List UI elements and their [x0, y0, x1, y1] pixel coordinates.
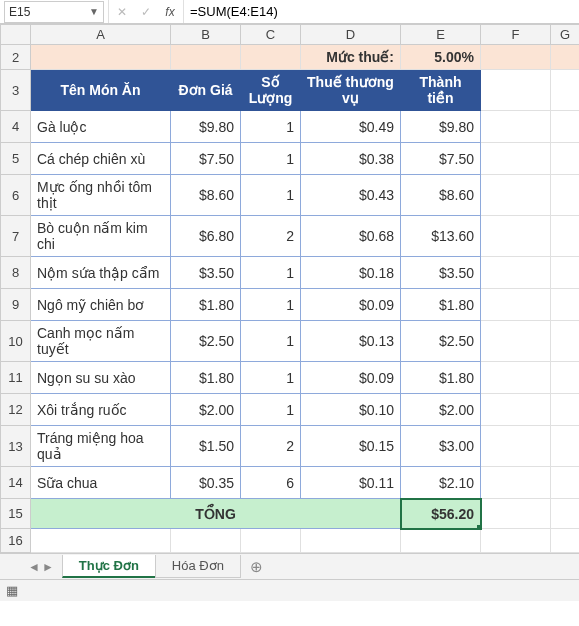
formula-input[interactable]	[184, 0, 579, 23]
cell[interactable]	[481, 45, 551, 70]
header-qty[interactable]: Số Lượng	[241, 70, 301, 111]
dish-tax[interactable]: $0.49	[301, 111, 401, 143]
dish-name[interactable]: Tráng miệng hoa quả	[31, 426, 171, 467]
col-header-G[interactable]: G	[551, 25, 580, 45]
dish-total[interactable]: $1.80	[401, 362, 481, 394]
dish-tax[interactable]: $0.38	[301, 143, 401, 175]
dish-qty[interactable]: 2	[241, 426, 301, 467]
cell[interactable]	[551, 499, 580, 529]
cell[interactable]	[551, 362, 580, 394]
dish-qty[interactable]: 1	[241, 394, 301, 426]
accept-icon[interactable]: ✓	[139, 5, 153, 19]
dish-price[interactable]: $6.80	[171, 216, 241, 257]
cell[interactable]	[481, 175, 551, 216]
dish-total[interactable]: $9.80	[401, 111, 481, 143]
col-header-F[interactable]: F	[481, 25, 551, 45]
cell[interactable]	[481, 426, 551, 467]
dish-qty[interactable]: 1	[241, 321, 301, 362]
cell[interactable]	[481, 394, 551, 426]
dish-price[interactable]: $2.00	[171, 394, 241, 426]
dish-price[interactable]: $2.50	[171, 321, 241, 362]
dish-qty[interactable]: 2	[241, 216, 301, 257]
dish-qty[interactable]: 1	[241, 143, 301, 175]
row-header-15[interactable]: 15	[1, 499, 31, 529]
cell[interactable]	[551, 216, 580, 257]
dish-tax[interactable]: $0.18	[301, 257, 401, 289]
cell[interactable]	[551, 111, 580, 143]
dish-price[interactable]: $1.80	[171, 289, 241, 321]
cell[interactable]	[481, 289, 551, 321]
dish-price[interactable]: $7.50	[171, 143, 241, 175]
dish-qty[interactable]: 1	[241, 289, 301, 321]
chevron-down-icon[interactable]: ▼	[89, 6, 99, 17]
dish-total[interactable]: $3.00	[401, 426, 481, 467]
row-header-3[interactable]: 3	[1, 70, 31, 111]
dish-name[interactable]: Cá chép chiên xù	[31, 143, 171, 175]
tab-nav-next-icon[interactable]: ►	[42, 560, 54, 574]
cell[interactable]	[401, 529, 481, 553]
cell[interactable]	[301, 529, 401, 553]
cell[interactable]	[551, 143, 580, 175]
dish-total[interactable]: $2.00	[401, 394, 481, 426]
col-header-E[interactable]: E	[401, 25, 481, 45]
cell[interactable]	[551, 426, 580, 467]
dish-name[interactable]: Nộm sứa thập cẩm	[31, 257, 171, 289]
cell[interactable]	[171, 529, 241, 553]
fx-icon[interactable]: fx	[163, 5, 177, 19]
cell[interactable]	[481, 499, 551, 529]
add-sheet-button[interactable]: ⊕	[240, 555, 264, 579]
dish-qty[interactable]: 1	[241, 257, 301, 289]
select-all-corner[interactable]	[1, 25, 31, 45]
tab-nav-prev-icon[interactable]: ◄	[28, 560, 40, 574]
row-header-11[interactable]: 11	[1, 362, 31, 394]
dish-tax[interactable]: $0.68	[301, 216, 401, 257]
dish-price[interactable]: $1.50	[171, 426, 241, 467]
dish-name[interactable]: Sữa chua	[31, 467, 171, 499]
row-header-7[interactable]: 7	[1, 216, 31, 257]
cell[interactable]	[551, 45, 580, 70]
cell[interactable]	[241, 45, 301, 70]
cell[interactable]	[481, 362, 551, 394]
dish-tax[interactable]: $0.09	[301, 362, 401, 394]
dish-total[interactable]: $8.60	[401, 175, 481, 216]
dish-tax[interactable]: $0.13	[301, 321, 401, 362]
cell[interactable]	[551, 289, 580, 321]
cell[interactable]	[481, 529, 551, 553]
row-header-8[interactable]: 8	[1, 257, 31, 289]
row-header-9[interactable]: 9	[1, 289, 31, 321]
dish-price[interactable]: $1.80	[171, 362, 241, 394]
row-header-13[interactable]: 13	[1, 426, 31, 467]
dish-qty[interactable]: 1	[241, 175, 301, 216]
cell[interactable]	[171, 45, 241, 70]
dish-total[interactable]: $3.50	[401, 257, 481, 289]
col-header-D[interactable]: D	[301, 25, 401, 45]
sheet-tab[interactable]: Hóa Đơn	[155, 555, 241, 578]
dish-total[interactable]: $2.10	[401, 467, 481, 499]
cell[interactable]	[241, 529, 301, 553]
cell[interactable]	[481, 216, 551, 257]
row-header-6[interactable]: 6	[1, 175, 31, 216]
row-header-10[interactable]: 10	[1, 321, 31, 362]
dish-total[interactable]: $2.50	[401, 321, 481, 362]
row-header-14[interactable]: 14	[1, 467, 31, 499]
header-name[interactable]: Tên Món Ăn	[31, 70, 171, 111]
row-header-5[interactable]: 5	[1, 143, 31, 175]
dish-tax[interactable]: $0.15	[301, 426, 401, 467]
dish-total[interactable]: $1.80	[401, 289, 481, 321]
cell[interactable]	[551, 175, 580, 216]
dish-name[interactable]: Bò cuộn nấm kim chi	[31, 216, 171, 257]
dish-name[interactable]: Xôi trắng ruốc	[31, 394, 171, 426]
dish-name[interactable]: Gà luộc	[31, 111, 171, 143]
dish-qty[interactable]: 1	[241, 362, 301, 394]
dish-total[interactable]: $7.50	[401, 143, 481, 175]
row-header-4[interactable]: 4	[1, 111, 31, 143]
cell[interactable]	[481, 70, 551, 111]
col-header-B[interactable]: B	[171, 25, 241, 45]
cancel-icon[interactable]: ✕	[115, 5, 129, 19]
row-header-12[interactable]: 12	[1, 394, 31, 426]
dish-tax[interactable]: $0.10	[301, 394, 401, 426]
cell[interactable]	[31, 529, 171, 553]
spreadsheet-grid[interactable]: A B C D E F G 2Mức thuế:5.00%3Tên Món Ăn…	[0, 24, 579, 553]
dish-tax[interactable]: $0.43	[301, 175, 401, 216]
dish-tax[interactable]: $0.09	[301, 289, 401, 321]
